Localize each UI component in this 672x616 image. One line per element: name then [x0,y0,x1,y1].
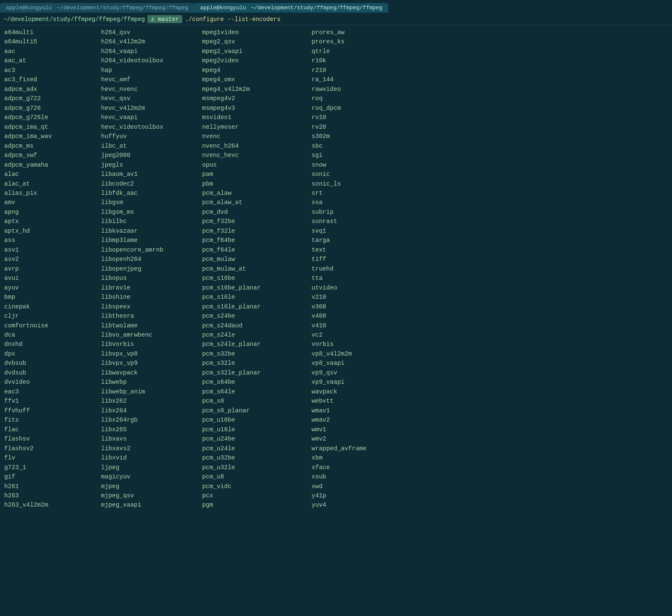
encoder-cell: pcm_s8_planar [201,406,311,415]
encoder-cell: v410 [311,321,429,330]
encoder-cell: vorbis [311,340,429,349]
encoder-cell: prores_aw [311,28,429,37]
encoder-cell: pcm_s24be [201,311,311,321]
encoder-cell: mpeg1video [201,28,311,37]
encoder-cell: yuv4 [311,500,429,510]
encoder-cell: pcm_f64le [201,245,311,255]
encoder-cell: cinepak [3,302,100,311]
encoder-cell: pcm_dvd [201,207,311,217]
encoder-cell: ljpeg [100,463,201,472]
encoder-cell: mpeg4_v4l2m2m [201,85,311,94]
encoder-cell: vp9_qsv [311,368,429,377]
encoder-cell: libvpx_vp9 [100,358,201,368]
encoder-grid: a64multih264_qsvmpeg1videoprores_awa64mu… [3,28,669,510]
prompt-directory: ~/development/study/ffmpeg/ffmpeg/ffmpeg [3,16,145,23]
encoder-cell: pcm_f64be [201,236,311,245]
encoder-cell: adpcm_ms [3,141,100,151]
encoder-cell: libkvazaar [100,226,201,236]
encoder-cell: aptx [3,217,100,226]
encoder-cell: libopencore_amrnb [100,245,201,255]
encoder-cell: xbm [311,453,429,462]
encoder-cell: pcm_mulaw [201,255,311,264]
encoder-cell: pcm_s64be [201,377,311,387]
encoder-cell: pcm_u24be [201,434,311,443]
encoder-cell: rv10 [311,113,429,122]
encoder-cell: sonic [311,170,429,179]
encoder-cell: flashsv2 [3,444,100,453]
encoder-cell: pcm_alaw_at [201,198,311,207]
encoder-cell: qtrle [311,47,429,56]
encoder-cell: flashsv [3,434,100,443]
encoder-cell: pcm_s24le_planar [201,340,311,349]
encoder-cell: v408 [311,311,429,321]
encoder-cell: sunrast [311,217,429,226]
encoder-cell: rawvideo [311,85,429,94]
encoder-cell: avrp [3,264,100,273]
encoder-cell: mpeg2_vaapi [201,47,311,56]
encoder-cell: adpcm_ima_wav [3,132,100,141]
encoder-cell: pcm_s64le [201,387,311,396]
encoder-cell: roq_dpcm [311,104,429,113]
encoder-cell: adpcm_swf [3,151,100,160]
tab-1[interactable]: apple@kongyulu ~/development/study/ffmpe… [0,3,194,13]
encoder-cell: aac [3,47,100,56]
encoder-cell: tiff [311,255,429,264]
encoder-cell: adpcm_g726le [3,113,100,122]
encoder-cell: mpeg4_omx [201,75,311,84]
encoder-cell: adpcm_adx [3,85,100,94]
encoder-cell: libx262 [100,396,201,406]
encoder-cell: pcm_vidc [201,482,311,491]
git-branch-badge: ⚓ master [147,15,182,23]
encoder-cell: libxavs [100,434,201,443]
encoder-cell: wmav1 [311,406,429,415]
encoder-cell: pcx [201,491,311,500]
encoder-cell: dvbsub [3,358,100,368]
encoder-cell: pcm_s32be [201,349,311,358]
encoder-cell: dca [3,330,100,340]
encoder-cell: hevc_vaapi [100,113,201,122]
encoder-cell: pcm_u8 [201,472,311,481]
encoder-cell: subrip [311,207,429,217]
encoder-cell: wmv1 [311,425,429,434]
encoder-cell: cljr [3,311,100,321]
encoder-cell: libvo_amrwbenc [100,330,201,340]
encoder-cell: pcm_f32be [201,217,311,226]
encoder-cell: pcm_s24le [201,330,311,340]
encoder-cell: libx264rgb [100,415,201,425]
encoder-cell: hevc_videotoolbox [100,122,201,132]
encoder-cell: pgm [201,500,311,510]
encoder-cell: bmp [3,292,100,302]
encoder-cell: libopus [100,273,201,283]
encoder-cell: libvpx_vp8 [100,349,201,358]
encoder-cell: ffv1 [3,396,100,406]
encoder-cell: sonic_ls [311,179,429,189]
encoder-cell: ilbc_at [100,141,201,151]
encoder-cell: r10k [311,56,429,65]
encoder-cell: utvideo [311,283,429,292]
encoder-cell: s302m [311,132,429,141]
tab-1-user: apple@kongyulu [6,5,52,11]
encoder-cell: wrapped_avframe [311,444,429,453]
tab-1-sep [52,5,57,11]
encoder-cell: g723_1 [3,463,100,472]
encoder-cell: jpegls [100,160,201,170]
encoder-cell: alac [3,170,100,179]
encoder-cell: pcm_u32le [201,463,311,472]
encoder-cell: hevc_v4l2m2m [100,104,201,113]
encoder-cell: r210 [311,66,429,75]
encoder-cell: pcm_u32be [201,453,311,462]
encoder-cell: msvideo1 [201,113,311,122]
encoder-cell: adpcm_yamaha [3,160,100,170]
encoder-cell: libtheora [100,311,201,321]
encoder-cell: libx265 [100,425,201,434]
encoder-cell: huffyuv [100,132,201,141]
encoder-cell: xface [311,463,429,472]
encoder-cell: eac3 [3,387,100,396]
encoder-cell: pcm_s16be_planar [201,283,311,292]
encoder-cell: tta [311,273,429,283]
encoder-cell: mpeg2_qsv [201,37,311,46]
encoder-cell: dnxhd [3,340,100,349]
encoder-cell: flv [3,453,100,462]
encoder-cell: mjpeg_vaapi [100,500,201,510]
tab-2[interactable]: apple@kongyulu ~/development/study/ffmpe… [194,3,388,13]
